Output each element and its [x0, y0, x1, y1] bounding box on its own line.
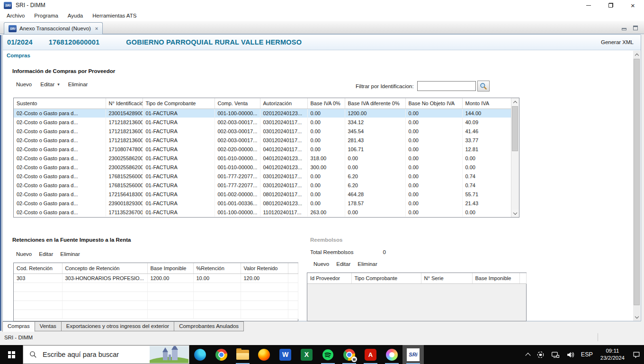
tab-anexo-transaccional[interactable]: SRi Anexo Transaccional (Nuevo) × [4, 22, 103, 34]
cell-comp-venta: 001-010-00000... [215, 163, 260, 172]
reembolsos-nuevo-button[interactable]: Nuevo [313, 261, 329, 267]
compras-table-row[interactable]: 02-Costo o Gasto para d... 1712182136001… [14, 118, 511, 127]
column-header[interactable]: Concepto de Retención [62, 263, 147, 273]
menu-item[interactable]: Archivo [2, 11, 29, 20]
taskbar-word-button[interactable]: W [275, 345, 296, 364]
compras-table-row[interactable]: 02-Costo o Gasto para d... 2300255862001… [14, 154, 511, 163]
minimize-button[interactable] [577, 0, 599, 10]
compras-eliminar-button[interactable]: Eliminar [68, 82, 88, 87]
bottom-tab[interactable]: Comprobantes Anulados [174, 321, 244, 331]
compras-editar-button[interactable]: Editar [40, 82, 54, 87]
entity-name: GOBIERNO PARROQUIAL RURAL VALLE HERMOSO [126, 38, 302, 46]
column-header[interactable]: Comp. Venta [215, 98, 260, 109]
column-header[interactable]: Base Imponible [147, 263, 193, 273]
tray-network-button[interactable] [548, 345, 563, 364]
taskbar-firefox-button[interactable] [253, 345, 275, 364]
compras-table-row[interactable]: 02-Costo o Gasto para d... 1712182136001… [14, 127, 511, 136]
bottom-tab[interactable]: Compras [2, 321, 35, 332]
column-header[interactable]: Base IVA 0% [307, 98, 345, 109]
reembolsos-editar-button[interactable]: Editar [336, 261, 350, 267]
clock[interactable]: 09:11 23/2/2024 [596, 347, 629, 362]
action-center-button[interactable] [629, 345, 644, 364]
bottom-tab[interactable]: Exportaciones y otros ingresos del exter… [61, 321, 174, 331]
compras-table-row[interactable]: 02-Costo o Gasto para d... 1712182136001… [14, 136, 511, 145]
column-header[interactable]: Base No Objeto IVA [405, 98, 462, 109]
tray-volume-button[interactable] [563, 345, 578, 364]
retenciones-nuevo-button[interactable]: Nuevo [16, 251, 32, 257]
cell-base-no-objeto: 0.00 [405, 127, 462, 136]
compras-table-scrollbar[interactable] [511, 98, 519, 217]
column-header[interactable]: Tipo Comprobante [351, 273, 421, 283]
menu-item[interactable]: Ayuda [63, 11, 88, 20]
retenciones-eliminar-button[interactable]: Eliminar [60, 251, 80, 257]
search-highlight-image[interactable] [143, 346, 188, 364]
compras-table-row[interactable]: 02-Costo o Gasto para d... 1721564183001… [14, 190, 511, 199]
column-header[interactable]: Id Proveedor [307, 273, 351, 283]
compras-table-row[interactable]: 02-Costo o Gasto para d... 1710807478001… [14, 145, 511, 154]
close-button[interactable]: × [622, 0, 644, 10]
panel-scroll-up[interactable] [633, 51, 640, 58]
column-header[interactable]: Sustento [14, 98, 106, 109]
filter-identificacion-input[interactable] [417, 81, 476, 91]
scroll-thumb[interactable] [512, 106, 518, 151]
menu-item[interactable]: Programa [29, 11, 63, 20]
panel-scrollbar[interactable] [633, 51, 640, 321]
column-header[interactable]: Autorización [260, 98, 307, 109]
cell-identificacion: 1712182136001 [106, 136, 143, 145]
column-header[interactable]: Valor Retenido [241, 263, 288, 273]
generar-xml-button[interactable]: Generar XML [601, 39, 634, 45]
tray-show-hidden-icons-button[interactable] [523, 345, 533, 364]
column-header[interactable]: N° Serie [421, 273, 472, 283]
compras-table-row[interactable]: 02-Costo o Gasto para d... 1711352367001… [14, 208, 511, 217]
taskbar-acrobat-button[interactable]: A [360, 345, 381, 364]
column-header[interactable]: Base IVA diferente 0% [345, 98, 405, 109]
cell-monto-iva: 0.00 [462, 163, 511, 172]
cell-monto-iva: 40.09 [462, 118, 511, 127]
filter-label: Filtrar por Identificacion: [356, 83, 414, 89]
filter-search-button[interactable] [477, 81, 490, 91]
column-header[interactable]: Tipo de Comprobante [143, 98, 215, 109]
panel-scroll-thumb[interactable] [634, 59, 640, 305]
restore-button[interactable] [599, 0, 622, 10]
taskbar-chrome-button[interactable] [211, 345, 232, 364]
taskbar-excel-button[interactable]: X [296, 345, 317, 364]
compras-table-row[interactable]: 02-Costo o Gasto para d... 2390018293001… [14, 199, 511, 208]
column-header[interactable]: Cod. Retención [14, 263, 62, 273]
scroll-down-arrow[interactable] [511, 209, 519, 217]
column-header[interactable]: N° Identificación [106, 98, 143, 109]
taskbar-edge-button[interactable] [189, 345, 211, 364]
editar-dropdown-icon[interactable]: ▾ [57, 82, 60, 87]
panel-scroll-down[interactable] [633, 313, 640, 321]
retenciones-editar-button[interactable]: Editar [39, 251, 53, 257]
compras-table-row[interactable]: 02-Costo o Gasto para d... 2300255862001… [14, 163, 511, 172]
taskbar-sri-dimm-button[interactable]: SRi [402, 345, 424, 364]
reembolsos-empty-body [307, 284, 526, 321]
language-indicator[interactable]: ESP [578, 345, 596, 364]
compras-table-row[interactable]: 02-Costo o Gasto para d... 1768152560001… [14, 181, 511, 190]
tray-cast-button[interactable] [533, 345, 548, 364]
compras-nuevo-button[interactable]: Nuevo [16, 82, 32, 87]
compras-table: SustentoN° IdentificaciónTipo de Comprob… [13, 98, 519, 218]
menu-item[interactable]: Herramientas ATS [88, 11, 141, 20]
scroll-up-arrow[interactable] [511, 98, 519, 106]
taskbar-paint3d-button[interactable] [381, 345, 402, 364]
start-button[interactable] [0, 345, 23, 364]
view-minimize-button[interactable] [620, 24, 628, 30]
bottom-tab[interactable]: Ventas [35, 321, 62, 331]
taskbar-search-input[interactable]: Escribe aquí para buscar [23, 345, 189, 364]
column-header[interactable]: Base Imponible [472, 273, 519, 283]
retenciones-table-row[interactable]: 303 303-HONORARIOS PROFESIO... 1200.00 1… [14, 273, 298, 282]
compras-table-row[interactable]: 02-Costo o Gasto para d... 2300154289001… [14, 109, 511, 118]
taskbar-file-explorer-button[interactable] [232, 345, 253, 364]
reembolsos-eliminar-button[interactable]: Eliminar [358, 261, 377, 267]
column-header[interactable]: %Retención [193, 263, 241, 273]
view-maximize-button[interactable] [632, 24, 639, 30]
cell-autorizacion: 110120240117... [260, 208, 307, 217]
cell-identificacion: 2390018293001 [106, 199, 143, 208]
taskbar-spotify-button[interactable] [317, 345, 339, 364]
tab-close-icon[interactable]: × [94, 26, 98, 31]
column-header[interactable]: Monto IVA [462, 98, 511, 109]
taskbar-chrome-app-button[interactable] [339, 345, 360, 364]
restore-icon [608, 3, 613, 8]
compras-table-row[interactable]: 02-Costo o Gasto para d... 1768152560001… [14, 172, 511, 181]
